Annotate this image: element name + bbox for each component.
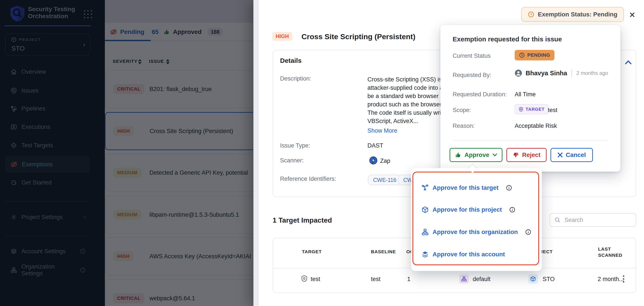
exemption-popover: Exemption requested for this issue Curre… bbox=[440, 25, 620, 172]
modal-backdrop bbox=[0, 0, 259, 306]
target-name-cell[interactable]: test bbox=[311, 276, 320, 282]
duration-value: All Time bbox=[515, 91, 536, 98]
info-icon[interactable] bbox=[525, 229, 531, 235]
screen: Security Testing Orchestration PROJECT S… bbox=[0, 0, 644, 306]
reason-value: Acceptable Risk bbox=[515, 122, 557, 129]
detail-issue-title: Cross Site Scripting (Persistent) bbox=[302, 32, 415, 41]
project-name-cell: STO bbox=[543, 276, 555, 282]
clock-icon bbox=[519, 52, 525, 58]
org-icon bbox=[459, 274, 469, 284]
column-header-last-scanned: LAST SCANNED bbox=[598, 246, 624, 258]
popover-title: Exemption requested for this issue bbox=[453, 36, 562, 43]
show-more-link[interactable]: Show More bbox=[368, 127, 397, 134]
menu-item-approve-account[interactable]: Approve for this account bbox=[413, 249, 538, 259]
current-status-label: Current Status bbox=[453, 53, 491, 59]
reference-chip: CWE-116 bbox=[368, 175, 402, 185]
scope-label: Scope: bbox=[453, 107, 471, 114]
duration-label: Requested Duration: bbox=[453, 91, 507, 98]
search-input[interactable] bbox=[564, 217, 630, 223]
info-icon[interactable] bbox=[509, 207, 515, 213]
scanner-label: Scanner: bbox=[280, 157, 304, 164]
target-scope-icon bbox=[518, 107, 524, 112]
avatar-icon bbox=[515, 69, 522, 77]
reference-identifiers-label: Reference Identifiers: bbox=[280, 176, 336, 182]
target-shield-icon bbox=[301, 275, 308, 283]
clock-icon bbox=[528, 11, 534, 18]
issue-type-value: DAST bbox=[368, 142, 383, 149]
chevron-down-icon bbox=[492, 153, 497, 157]
occurrences-cell: 1 bbox=[407, 276, 410, 282]
search-box[interactable] bbox=[550, 213, 636, 227]
detail-severity-badge: HIGH bbox=[272, 32, 292, 41]
pending-status-badge: PENDING bbox=[515, 50, 554, 60]
close-icon[interactable]: ✕ bbox=[627, 10, 638, 20]
requested-by-value: Bhavya Sinha 2 months ago bbox=[515, 69, 608, 77]
exemption-status-text: Exemption Status: Pending bbox=[538, 11, 617, 18]
cancel-button[interactable]: Cancel bbox=[550, 148, 593, 162]
scope-target-chip: TARGET bbox=[515, 104, 548, 114]
search-icon bbox=[554, 217, 560, 223]
approve-scope-dropdown: Approve for this target Approve for this… bbox=[411, 168, 542, 271]
thumbs-up-icon bbox=[455, 152, 461, 158]
zap-scanner-icon bbox=[369, 156, 378, 165]
issue-type-label: Issue Type: bbox=[280, 142, 310, 149]
approve-scope-menu: Approve for this target Approve for this… bbox=[412, 172, 539, 265]
popover-divider bbox=[453, 140, 608, 140]
thumbs-down-icon bbox=[512, 152, 519, 158]
baseline-cell: test bbox=[371, 276, 380, 282]
org-icon bbox=[422, 229, 428, 236]
menu-item-approve-target[interactable]: Approve for this target bbox=[413, 183, 538, 193]
target-scope-icon bbox=[422, 184, 428, 191]
targets-impacted-heading: 1 Target Impacted bbox=[273, 216, 332, 224]
reason-label: Reason: bbox=[453, 122, 475, 129]
modal-left-gutter bbox=[254, 0, 259, 306]
project-cube-icon bbox=[422, 206, 428, 213]
org-name-cell: default bbox=[473, 276, 490, 282]
layers-icon bbox=[422, 251, 428, 258]
project-icon bbox=[528, 274, 538, 284]
issue-detail-modal: HIGH Cross Site Scripting (Persistent) E… bbox=[254, 0, 644, 306]
row-menu-kebab-icon[interactable] bbox=[621, 274, 626, 284]
scanner-value: Zap bbox=[380, 158, 390, 164]
chevron-up-icon[interactable] bbox=[625, 60, 632, 65]
separator bbox=[572, 69, 572, 77]
x-icon bbox=[558, 152, 563, 158]
details-heading: Details bbox=[280, 57, 302, 64]
exemption-status-chip: Exemption Status: Pending bbox=[521, 7, 624, 22]
approve-button[interactable]: Approve bbox=[450, 148, 502, 162]
requested-time: 2 months ago bbox=[576, 70, 608, 76]
column-header-baseline: BASELINE bbox=[371, 249, 396, 254]
last-scanned-cell: 2 month... bbox=[598, 276, 624, 282]
requester-name: Bhavya Sinha bbox=[526, 70, 567, 77]
info-icon[interactable] bbox=[506, 185, 512, 191]
column-header-target: TARGET bbox=[302, 249, 322, 254]
description-label: Description: bbox=[280, 75, 311, 82]
reject-button[interactable]: Reject bbox=[506, 148, 546, 162]
menu-item-approve-project[interactable]: Approve for this project bbox=[413, 205, 538, 215]
menu-item-approve-organization[interactable]: Approve for this organization bbox=[413, 227, 538, 237]
requested-by-label: Requested By: bbox=[453, 72, 491, 79]
scope-value: test bbox=[548, 107, 558, 114]
